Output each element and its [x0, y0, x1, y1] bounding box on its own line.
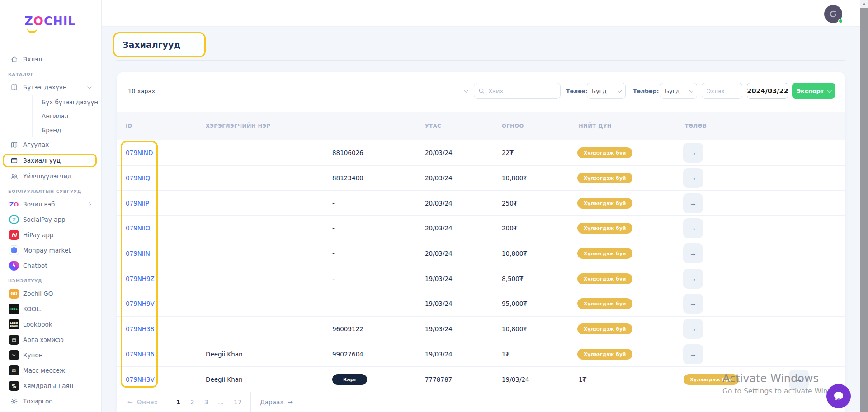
sidebar-item[interactable]: Масс мессеж [0, 363, 101, 378]
status-badge: Хүлээгдэж буй [577, 349, 632, 360]
order-id-link[interactable]: 079NIIO [126, 225, 150, 232]
sidebar-item[interactable]: Тохиргоо [0, 393, 101, 409]
row-detail-button[interactable]: → [683, 319, 703, 339]
row-detail-button[interactable]: → [683, 344, 703, 364]
pagination-divider [167, 392, 167, 412]
page-link[interactable]: ... [218, 398, 224, 406]
sidebar-item[interactable]: SocialPay app [0, 212, 101, 227]
scrollbar-thumb[interactable] [860, 8, 868, 412]
sidebar-item[interactable]: Zochil GO [0, 286, 101, 301]
phone-cell: 99027604 [332, 351, 363, 358]
sidebar-subitem[interactable]: Брэнд [0, 123, 101, 137]
logo-smile-icon [27, 28, 37, 33]
row-detail-button[interactable]: → [683, 218, 703, 238]
sidebar-item[interactable]: Lookbook [0, 317, 101, 332]
column-header: УТАС [425, 123, 441, 129]
payment-type-badge: Карт [332, 374, 367, 385]
sidebar-subitem[interactable]: Бүх бүтээгдэхүүн [0, 95, 101, 109]
zochil-logo[interactable]: ZOCHIL [24, 14, 76, 28]
user-avatar[interactable] [824, 5, 842, 23]
date-cell: 19/03/24 [502, 376, 529, 383]
status-filter-select[interactable]: Бүгд [587, 83, 626, 99]
order-id-link[interactable]: 079NH9Z [126, 275, 155, 282]
zochil-go-icon [9, 289, 19, 299]
row-detail-button[interactable]: → [683, 269, 703, 289]
pagination-prev[interactable]: ← Өмнөх [127, 392, 158, 412]
vertical-scrollbar[interactable]: ▲ [860, 0, 868, 412]
event-icon [9, 335, 19, 345]
payment-filter-select[interactable]: Бүгд [660, 83, 697, 99]
export-button[interactable]: Экспорт [792, 83, 835, 99]
sidebar-item[interactable]: Купон [0, 347, 101, 363]
row-detail-button[interactable]: → [683, 243, 703, 263]
sidebar-item[interactable]: Зочил вэб [0, 197, 101, 212]
sidebar-item[interactable]: Арга хэмжээ [0, 332, 101, 347]
status-badge: Хүлээгдэж буй [684, 374, 739, 385]
row-detail-button[interactable]: → [789, 370, 809, 389]
sidebar-subitem[interactable]: Ангилал [0, 109, 101, 123]
customer-name-cell: Deegii Khan [206, 376, 243, 383]
table-row: 079NH9V - 19/03/24 95,000₮ Хүлээгдэж буй… [117, 291, 845, 317]
chatbot-icon [9, 261, 19, 271]
order-id-link[interactable]: 079NIIQ [126, 174, 150, 182]
start-date-input[interactable] [702, 83, 742, 99]
order-id-link[interactable]: 079NIIN [126, 250, 150, 257]
sidebar-item[interactable]: Chatbot [0, 258, 101, 273]
row-detail-button[interactable]: → [683, 294, 703, 314]
status-badge: Хүлээгдэж буй [577, 298, 632, 309]
table-row: 079NIND 88106026 20/03/24 22₮ Хүлээгдэж … [117, 140, 845, 166]
order-id-link[interactable]: 079NIND [126, 149, 153, 156]
order-id-link[interactable]: 079NH38 [126, 325, 154, 332]
row-detail-button[interactable]: → [683, 168, 703, 188]
sidebar-item[interactable]: HiPay app [0, 227, 101, 243]
date-cell: 20/03/24 [425, 250, 453, 257]
status-badge: Хүлээгдэж буй [577, 273, 632, 284]
pagination-next[interactable]: Дараах → [260, 392, 293, 412]
sidebar-item[interactable]: Агуулах [0, 137, 101, 152]
orders-icon [9, 155, 19, 165]
products-icon [9, 82, 19, 92]
sidebar: ZOCHIL Эхлэл КАТАЛОГ Бүтээгдэхүүн Бүх бү… [0, 0, 102, 412]
row-detail-button[interactable]: → [683, 193, 703, 213]
sidebar-item[interactable]: KOOL. [0, 301, 101, 317]
arrow-right-icon: → [689, 249, 697, 258]
phone-cell: - [332, 275, 335, 282]
status-badge: Хүлээгдэж буй [577, 147, 632, 158]
sidebar-item[interactable]: Захиалгууд [3, 154, 97, 167]
per-page-select[interactable]: 10 харах [128, 83, 467, 99]
phone-cell: - [332, 300, 335, 307]
sidebar-item[interactable]: Monpay market [0, 243, 101, 258]
chat-bubble-icon [832, 390, 845, 403]
row-detail-button[interactable]: → [683, 143, 703, 163]
pagination-divider [250, 392, 251, 412]
sidebar-item[interactable]: Эхлэл [0, 52, 101, 67]
sidebar-item[interactable]: Хямдралын аян [0, 378, 101, 393]
order-id-link[interactable]: 079NH3V [126, 376, 155, 383]
mass-message-icon [9, 365, 19, 375]
kool-icon [9, 304, 19, 314]
end-date-value[interactable]: 2024/03/22 [747, 83, 788, 99]
chevron-down-icon [87, 84, 92, 89]
order-id-link[interactable]: 079NH36 [126, 351, 154, 358]
order-id-link[interactable]: 079NH9V [126, 300, 155, 307]
status-badge: Хүлээгдэж буй [577, 223, 632, 234]
orders-card: 10 харах Төлөв: Бүгд Төлбөр: Бүгд 2024/0… [117, 72, 845, 412]
socialpay-icon [9, 215, 19, 224]
sidebar-item[interactable]: Бүтээгдэхүүн [0, 80, 101, 95]
page-link[interactable]: 17 [234, 398, 241, 406]
phone-cell: - [332, 225, 335, 232]
order-id-link[interactable]: 079NIIP [126, 200, 149, 207]
chevron-down-icon [464, 88, 468, 93]
sidebar-item[interactable]: Үйлчлүүлэгчид [0, 169, 101, 184]
page-link[interactable]: 3 [204, 398, 208, 406]
chat-widget-button[interactable] [826, 384, 851, 408]
amount-cell: 250₮ [502, 200, 517, 207]
arrow-right-icon: → [689, 275, 697, 283]
topbar [102, 0, 860, 27]
search-input[interactable] [488, 88, 556, 94]
monpay-icon [9, 245, 19, 255]
page-link[interactable]: 2 [190, 398, 194, 406]
page-link[interactable]: 1 [176, 398, 180, 406]
scrollbar-up-arrow[interactable]: ▲ [860, 0, 868, 8]
column-header: НИЙТ ДҮН [579, 123, 612, 129]
